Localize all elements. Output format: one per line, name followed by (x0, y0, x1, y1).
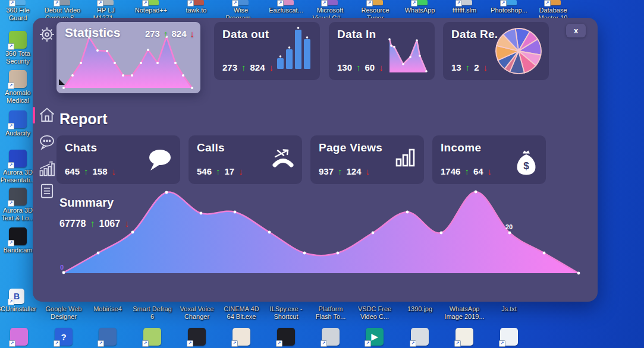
desktop-icon-unlabeled[interactable]: ↗ (309, 328, 352, 346)
app-icon: ↗ (143, 0, 159, 5)
sidebar-item-chart-icon[interactable] (38, 160, 56, 178)
app-icon: ↗ (233, 328, 250, 346)
desktop-icon-unlabeled[interactable]: ?↗ (42, 328, 85, 346)
desktop-icon-unlabeled[interactable]: ↗ (443, 328, 486, 346)
income-up-value: 1746 (441, 166, 460, 176)
up-arrow-icon: ↑ (464, 166, 469, 176)
data-re-stats: 13 ↑ 2 ↓ (451, 62, 488, 72)
app-icon: ↗ (500, 328, 518, 346)
app-icon: ↗ (9, 188, 27, 205)
desktop-icon-ilspy-exe-shortcut[interactable]: ILSpy.exe - Shortcut (265, 305, 307, 321)
desktop-icon-1390-jpg[interactable]: 1390.jpg (398, 305, 441, 313)
data-in-up-value: 130 (337, 62, 352, 72)
report-heading: Report (59, 110, 108, 128)
desktop-icon-unlabeled[interactable]: ↗ (175, 328, 218, 346)
desktop-icon-unlabeled[interactable]: ↗ (265, 328, 307, 346)
shortcut-arrow-badge: ↗ (98, 340, 104, 347)
data-out-title: Data out (222, 28, 269, 41)
app-icon: ↗ (367, 0, 383, 5)
desktop-icon-platform-flash-to[interactable]: Platform Flash To... (309, 305, 352, 321)
desktop-icon-voxal-voice-changer[interactable]: Voxal Voice Changer (175, 305, 218, 321)
desktop-icon-smart-defrag-6[interactable]: Smart Defrag 6 (131, 305, 174, 321)
close-button[interactable]: x (566, 24, 586, 37)
data-re-up-value: 13 (451, 62, 461, 72)
calls-down-value: 17 (225, 166, 235, 176)
data-in-area-chart (387, 37, 429, 76)
desktop-icon-unlabeled[interactable]: ↗ (0, 328, 40, 346)
desktop-icon-eazfuscat[interactable]: ↗ Eazfuscat... (265, 0, 307, 14)
desktop-icon-label: Anomalo Medical (5, 89, 30, 105)
income-stats: 1746 ↑ 64 ↓ (441, 166, 492, 176)
shortcut-arrow-badge: ↗ (455, 0, 462, 7)
desktop-icon-unlabeled[interactable]: ↗ (131, 328, 174, 346)
desktop-icon-unlabeled[interactable]: ↗ (220, 328, 263, 346)
desktop-icon-label: Voxal Voice Changer (180, 305, 214, 321)
desktop-icon-label: ILSpy.exe - Shortcut (270, 305, 303, 321)
desktop-icon-360-file-guard[interactable]: ↗ 360 File Guard (0, 0, 39, 22)
up-arrow-icon: ↑ (466, 62, 470, 72)
up-arrow-icon: ↑ (216, 166, 221, 176)
sidebar-item-home-icon[interactable] (38, 106, 56, 124)
down-arrow-icon: ↓ (483, 62, 488, 72)
desktop-icon-unlabeled[interactable]: ↗ (488, 328, 530, 346)
app-icon: ↗ (143, 328, 161, 346)
data-re-card[interactable]: Data Re. 13 ↑ 2 ↓ (443, 22, 549, 80)
shortcut-arrow-badge: ↗ (321, 340, 327, 347)
desktop-icon-label: Mobirise4 (93, 305, 122, 313)
data-in-card[interactable]: Data In 130 ↑ 60 ↓ (329, 22, 435, 80)
shortcut-arrow-badge: ↗ (8, 200, 14, 207)
desktop-icon-label: 3CUninstaller (0, 305, 36, 313)
page-views-card[interactable]: Page Views 937 ↑ 124 ↓ (310, 135, 424, 184)
sidebar-active-indicator (33, 107, 35, 124)
resize-cursor-icon[interactable] (58, 77, 65, 88)
desktop-icon-label: Audacity (5, 129, 30, 137)
desktop-icon-label: Aurora 3D Presentati... (1, 169, 36, 184)
down-arrow-icon: ↓ (124, 219, 129, 229)
desktop-icon-label: Js.txt (501, 305, 517, 313)
desktop-icon-notepad[interactable]: ↗ Notepad++ (130, 0, 172, 14)
shortcut-arrow-badge: ↗ (54, 340, 60, 347)
desktop-icon-tawk-to[interactable]: ↗ tawk.to (175, 0, 218, 14)
desktop-icon-label: Notepad++ (135, 7, 167, 14)
desktop-icon-label: WhatsApp Image 2019... (444, 305, 484, 321)
shortcut-arrow-badge: ↗ (142, 340, 149, 347)
desktop-icon-vsdc-free-video-c[interactable]: VSDC Free Video C... (353, 305, 396, 321)
desktop-icon-js-txt[interactable]: Js.txt (488, 305, 530, 313)
desktop-icon-whatsapp[interactable]: ↗ WhatsApp (398, 0, 441, 14)
svg-text:$: $ (523, 160, 529, 172)
desktop-icon-mobirise4[interactable]: Mobirise4 (86, 305, 129, 313)
sidebar-item-chat-icon[interactable] (38, 133, 56, 151)
desktop-icon-google-web-designer[interactable]: Google Web Designer (42, 305, 85, 321)
income-card[interactable]: Income 1746 ↑ 64 ↓ $ (432, 135, 546, 184)
desktop-icon-whatsapp-image-2019[interactable]: WhatsApp Image 2019... (443, 305, 486, 321)
up-arrow-icon: ↑ (356, 62, 361, 72)
desktop-icon-unlabeled[interactable]: ↗ (398, 328, 441, 346)
data-out-card[interactable]: Data out 273 ↑ 824 ↓ (214, 22, 320, 80)
desktop-icon-label: VSDC Free Video C... (358, 305, 391, 321)
desktop-icon-unlabeled[interactable]: ▶↗ (353, 328, 396, 346)
app-icon: ↗ (10, 0, 26, 5)
app-icon: B↗ (9, 289, 24, 304)
data-out-bar-chart (277, 26, 313, 72)
desktop-icon-fffffff-slm[interactable]: ↗ fffffff.slm (443, 0, 486, 14)
chats-card[interactable]: Chats 645 ↑ 158 ↓ (56, 135, 180, 184)
svg-text:0: 0 (60, 264, 64, 271)
shortcut-arrow-badge: ↗ (366, 0, 373, 7)
shortcut-arrow-badge: ↗ (231, 340, 238, 347)
summary-area-chart: 020 (56, 184, 586, 276)
sidebar-item-gear-icon[interactable] (38, 26, 56, 43)
up-arrow-icon: ↑ (84, 166, 89, 176)
calls-card[interactable]: Calls 546 ↑ 17 ↓ (189, 135, 302, 184)
desktop-icon-photoshop[interactable]: ↗ Photoshop... (488, 0, 530, 14)
summary-stats: 67778 ↑ 1067 ↓ (59, 219, 129, 229)
phone-arrow-icon (272, 148, 294, 171)
desktop-icon-label: Smart Defrag 6 (133, 305, 171, 321)
desktop-icon-unlabeled[interactable]: ↗ (86, 328, 129, 346)
sidebar-item-notes-icon[interactable] (38, 182, 56, 200)
statistics-widget[interactable]: Statistics 273 ↑ 824 ↓ (56, 22, 200, 93)
down-arrow-icon: ↓ (488, 166, 492, 176)
up-arrow-icon: ↑ (90, 219, 95, 229)
shortcut-arrow-badge: ↗ (54, 0, 60, 7)
desktop-icon-label: Aurora 3D Text & Lo... (1, 207, 34, 222)
desktop-icon-cinema-4d-64-bit-exe[interactable]: CINEMA 4D 64 Bit.exe (220, 305, 263, 321)
